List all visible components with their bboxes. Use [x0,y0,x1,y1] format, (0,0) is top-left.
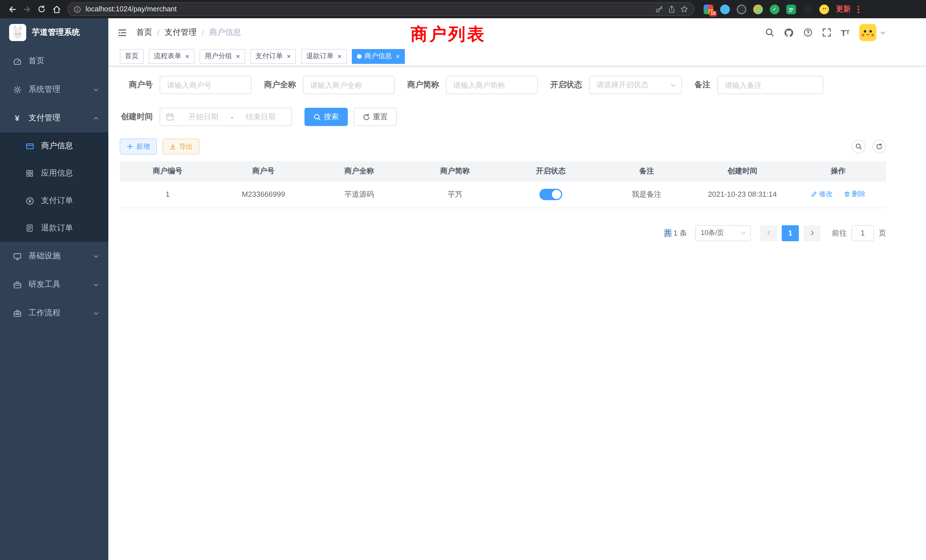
fullscreen-button[interactable] [822,28,831,37]
sidebar-toggle-button[interactable] [118,28,127,37]
browser-menu-button[interactable] [854,3,863,15]
tab-label: 流程表单 [154,51,181,61]
tab-pay-order[interactable]: 支付订单 × [250,49,296,64]
date-separator: - [228,113,236,121]
tab-process-form[interactable]: 流程表单 × [149,49,194,64]
search-button[interactable]: 搜索 [304,108,348,126]
reload-button[interactable] [34,2,49,17]
sidebar-item-devtools[interactable]: 研发工具 [0,270,108,299]
back-button[interactable] [5,2,20,17]
reset-button-label: 重置 [373,112,388,122]
edit-button[interactable]: 修改 [811,189,832,199]
tab-merchant-info[interactable]: 商户信息 × [352,49,405,64]
sidebar-item-merchant-info[interactable]: 商户信息 [0,132,108,160]
sidebar-logo[interactable]: 芋道管理系统 [0,18,108,47]
sidebar: 芋道管理系统 首页 系统管理 ¥ 支付管理 [0,18,108,560]
close-icon[interactable]: × [396,53,400,60]
sidebar-item-app-info[interactable]: 应用信息 [0,160,108,187]
close-icon[interactable]: × [337,53,342,60]
delete-button[interactable]: 删除 [844,189,865,199]
extension-github-icon[interactable] [803,4,813,14]
url-text[interactable]: localhost:1024/pay/merchant [86,5,651,13]
sidebar-item-infrastructure[interactable]: 基础设施 [0,242,108,270]
card-icon [25,142,34,150]
export-button-label: 导出 [179,142,193,151]
remark-input[interactable] [717,76,823,94]
sidebar-item-system[interactable]: 系统管理 [0,75,108,104]
sidebar-item-label: 退款订单 [41,223,73,233]
breadcrumb-home[interactable]: 首页 [136,27,152,38]
sidebar-item-refund-order[interactable]: 退款订单 [0,215,108,242]
short-name-input[interactable] [446,76,538,94]
close-icon[interactable]: × [185,53,189,60]
forward-button[interactable] [20,2,34,17]
col-actions: 操作 [790,161,886,181]
extension-green-doc-icon[interactable] [786,4,796,14]
cell-remark: 我是备注 [599,181,694,207]
toggle-search-button[interactable] [852,140,865,153]
download-icon [169,143,176,150]
table-tools [852,140,886,153]
sidebar-item-home[interactable]: 首页 [0,47,108,75]
fullscreen-icon [822,28,831,37]
github-link-button[interactable] [784,28,793,37]
prev-page-button[interactable] [760,225,777,241]
merchant-no-input[interactable] [160,76,251,94]
caret-down-icon [740,230,746,236]
filter-row-1: 商户号 商户全称 商户简称 开启状态 请选择开启状态 [120,76,886,94]
close-icon[interactable]: × [287,53,291,60]
extension-badge: 10 [709,11,717,16]
merchant-name-input[interactable] [303,76,395,94]
font-size-small-icon: T [846,30,850,35]
header-search-button[interactable] [765,28,774,37]
filter-create-time: 创建时间 开始日期 - 结束日期 [120,108,292,126]
create-time-range-picker[interactable]: 开始日期 - 结束日期 [160,108,292,126]
page-title-annotation: 商户列表 [410,23,486,46]
page-number-1[interactable]: 1 [782,225,799,241]
font-size-button[interactable]: TT [841,28,850,37]
home-icon [52,5,61,14]
next-page-button[interactable] [803,225,820,241]
sidebar-item-workflow[interactable]: 工作流程 [0,299,108,327]
sidebar-item-label: 应用信息 [41,168,73,179]
extension-smiley-icon[interactable] [819,4,829,14]
chrome-update-button[interactable]: 更新 [836,4,851,14]
extension-green-check-icon[interactable]: ✓ [770,4,779,14]
extension-blue-drop-icon[interactable] [720,4,730,14]
site-info-icon[interactable] [74,5,81,13]
refresh-table-button[interactable] [872,140,886,153]
extension-avatar-icon[interactable] [753,4,763,14]
gauge-icon [13,57,21,65]
breadcrumb-payment[interactable]: 支付管理 [165,27,197,38]
page-size-select[interactable]: 10条/页 [695,225,751,241]
extension-colorful-icon[interactable]: 10 [704,4,713,14]
tab-user-group[interactable]: 用户分组 × [200,49,245,64]
user-menu[interactable] [859,24,886,41]
export-button[interactable]: 导出 [162,139,200,154]
cell-merchant-no: M233666999 [216,181,311,207]
bookmark-button[interactable] [680,5,688,13]
help-button[interactable] [803,28,812,37]
sidebar-item-pay-order[interactable]: 支付订单 [0,187,108,215]
goto-label: 前往 [832,228,847,238]
extension-dark-ring-icon[interactable] [737,4,746,14]
document-icon [25,224,34,232]
address-bar[interactable]: localhost:1024/pay/merchant [67,2,694,16]
sidebar-item-label: 系统管理 [29,85,61,95]
status-toggle[interactable] [539,188,562,200]
sidebar-item-payment[interactable]: ¥ 支付管理 [0,104,108,132]
password-key-icon[interactable] [655,5,663,13]
close-icon[interactable]: × [236,53,240,60]
sidebar-item-label: 基础设施 [29,251,61,261]
home-button[interactable] [49,2,64,17]
status-select[interactable]: 请选择开启状态 [589,76,682,94]
reset-button[interactable]: 重置 [354,108,397,126]
share-button[interactable] [668,5,676,13]
goto-page-input[interactable] [851,225,874,241]
sidebar-item-label: 首页 [29,56,44,66]
total-prefix: 共 [664,229,672,237]
grid-glyph-icon [26,170,34,177]
tab-home[interactable]: 首页 [120,49,144,64]
tab-refund-order[interactable]: 退款订单 × [301,49,346,64]
add-button[interactable]: 新增 [120,139,157,154]
